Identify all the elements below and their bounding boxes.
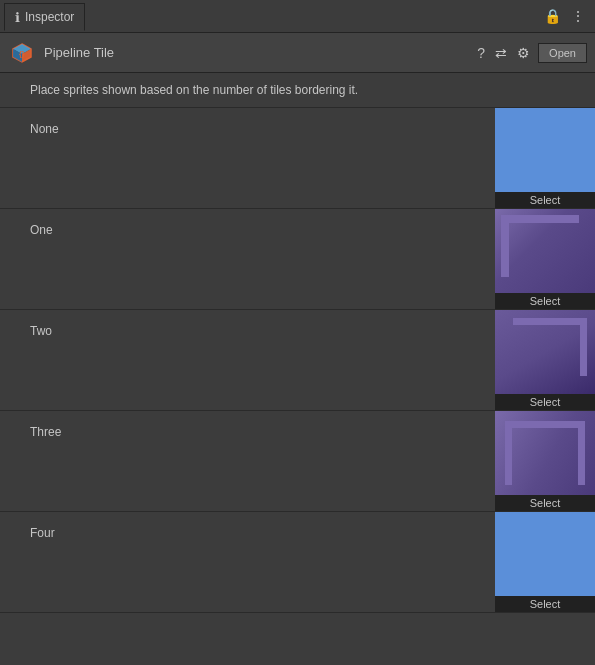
sprite-row-one: One Select xyxy=(0,209,595,310)
select-label-four[interactable]: Select xyxy=(495,596,595,612)
label-none: None xyxy=(0,108,495,144)
tile-purple-three-three xyxy=(495,411,595,495)
sprite-preview-four[interactable]: Select xyxy=(495,512,595,612)
open-button[interactable]: Open xyxy=(538,43,587,63)
tile-purple-two-two xyxy=(495,310,595,394)
header-actions: ? ⇄ ⚙ Open xyxy=(475,43,587,63)
tile-purple-corner-one xyxy=(495,209,595,293)
label-two: Two xyxy=(0,310,495,346)
svg-text:{}: {} xyxy=(19,50,25,58)
select-label-none[interactable]: Select xyxy=(495,192,595,208)
more-icon[interactable]: ⋮ xyxy=(569,6,587,26)
panel-header: {} Pipeline Tile ? ⇄ ⚙ Open xyxy=(0,33,595,73)
select-label-two[interactable]: Select xyxy=(495,394,595,410)
sprite-row-three: Three Select xyxy=(0,411,595,512)
sprite-row-four: Four Select xyxy=(0,512,595,613)
sprite-preview-two[interactable]: Select xyxy=(495,310,595,410)
sprite-row-none: None Select xyxy=(0,108,595,209)
lock-icon[interactable]: 🔒 xyxy=(542,6,563,26)
select-label-one[interactable]: Select xyxy=(495,293,595,309)
description-text: Place sprites shown based on the number … xyxy=(0,73,595,108)
tab-actions: 🔒 ⋮ xyxy=(542,6,591,26)
info-icon: ℹ xyxy=(15,10,20,25)
sprite-rows-container: None Select One Select Two Select Three … xyxy=(0,108,595,625)
tile-blue-four xyxy=(495,512,595,596)
label-one: One xyxy=(0,209,495,245)
settings-icon[interactable]: ⚙ xyxy=(515,43,532,63)
inspector-tab[interactable]: ℹ Inspector xyxy=(4,3,85,31)
panel-title: Pipeline Tile xyxy=(44,45,475,60)
select-label-three[interactable]: Select xyxy=(495,495,595,511)
tab-bar: ℹ Inspector 🔒 ⋮ xyxy=(0,0,595,33)
sprite-preview-none[interactable]: Select xyxy=(495,108,595,208)
label-three: Three xyxy=(0,411,495,447)
sprite-preview-three[interactable]: Select xyxy=(495,411,595,511)
pipeline-tile-icon: {} xyxy=(8,39,36,67)
help-icon[interactable]: ? xyxy=(475,43,487,63)
tab-label: Inspector xyxy=(25,10,74,24)
label-four: Four xyxy=(0,512,495,548)
sprite-row-two: Two Select xyxy=(0,310,595,411)
layout-icon[interactable]: ⇄ xyxy=(493,43,509,63)
sprite-preview-one[interactable]: Select xyxy=(495,209,595,309)
tile-blue-none xyxy=(495,108,595,192)
